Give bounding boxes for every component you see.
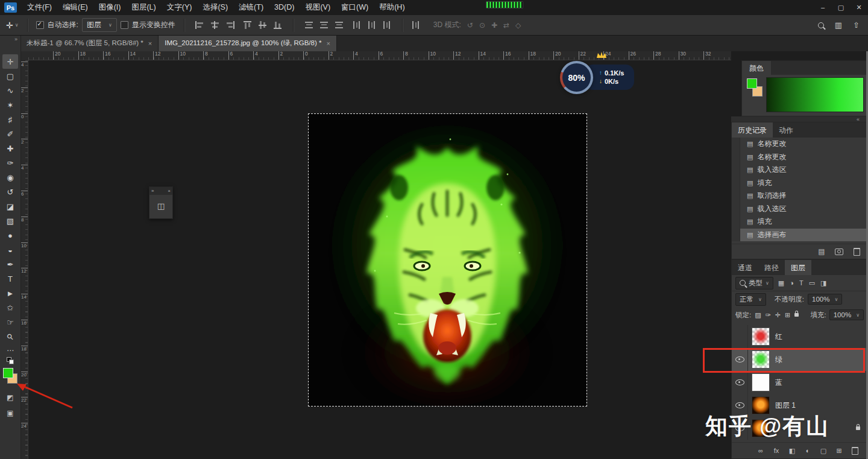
filter-adjustment-icon[interactable]: ◑ xyxy=(790,279,794,286)
menu-item[interactable]: 文件(F) xyxy=(22,0,57,15)
lock-transparent-icon[interactable]: ▨ xyxy=(755,311,761,319)
lock-artboard-icon[interactable]: ⊞ xyxy=(785,311,790,319)
path-select-tool[interactable]: ► xyxy=(2,286,18,300)
layer-row[interactable]: 蓝 xyxy=(732,371,867,394)
align-right-icon[interactable] xyxy=(225,21,234,29)
adjustment-layer-icon[interactable]: ◐ xyxy=(804,447,811,454)
3d-drag-icon[interactable]: ✚ xyxy=(491,21,497,30)
panel-tab[interactable]: 历史记录 xyxy=(732,122,773,138)
share-icon[interactable]: ⇧ xyxy=(853,21,860,30)
hand-tool[interactable]: ☞ xyxy=(2,315,18,329)
layer-group-icon[interactable]: ▢ xyxy=(820,447,827,455)
clone-stamp-tool[interactable]: ◉ xyxy=(2,170,18,185)
menu-item[interactable]: 选择(S) xyxy=(197,0,233,15)
document-tab[interactable]: 未标题-1 @ 66.7% (图层 5, RGB/8#) * × xyxy=(20,35,159,51)
panel-tab[interactable]: 图层 xyxy=(785,260,811,275)
3d-rotate-icon[interactable]: ↺ xyxy=(467,21,473,30)
filter-type-icon[interactable]: T xyxy=(799,279,804,286)
history-source-well[interactable] xyxy=(732,189,740,203)
default-colors-icon[interactable] xyxy=(7,357,14,364)
panel-tab[interactable]: 路径 xyxy=(758,260,785,275)
workspace-icon[interactable]: ▥ xyxy=(835,21,842,30)
new-doc-from-state-icon[interactable]: ▤ xyxy=(818,247,825,256)
close-icon[interactable]: × xyxy=(168,188,171,194)
lock-all-icon[interactable] xyxy=(794,313,799,317)
toolbar-collapse-icon[interactable]: » xyxy=(14,36,17,42)
collapsed-floating-panel[interactable]: » × ◫ xyxy=(149,186,173,219)
tab-close-icon[interactable]: × xyxy=(326,40,330,47)
color-gradient-field[interactable] xyxy=(766,77,864,112)
edit-toolbar-icon[interactable]: ⋯ xyxy=(7,346,14,355)
document-canvas[interactable] xyxy=(308,113,587,407)
eyedropper-tool[interactable]: ✐ xyxy=(2,127,18,141)
crop-tool[interactable]: ♯ xyxy=(2,112,18,127)
history-source-well[interactable] xyxy=(732,163,740,177)
align-left-icon[interactable] xyxy=(195,21,204,29)
zoom-tool[interactable]: ⚲ xyxy=(2,329,18,344)
eraser-tool[interactable]: ◪ xyxy=(2,199,18,214)
align-bottom-icon[interactable] xyxy=(273,21,282,29)
history-state-row[interactable]: ▤ 名称更改 xyxy=(732,151,867,164)
history-brush-tool[interactable]: ↺ xyxy=(2,185,18,199)
visibility-toggle[interactable] xyxy=(732,371,748,394)
tab-color[interactable]: 颜色 xyxy=(742,61,771,75)
distribute-center-icon[interactable] xyxy=(368,21,376,30)
blur-tool[interactable]: ● xyxy=(2,228,18,242)
auto-select-dropdown[interactable]: 图层 xyxy=(82,18,117,32)
history-source-well[interactable] xyxy=(732,138,740,151)
layer-mask-icon[interactable]: ◧ xyxy=(788,447,796,455)
distribute-spacing-icon[interactable] xyxy=(412,21,420,30)
align-center-horizontal-icon[interactable] xyxy=(210,21,219,29)
close-button[interactable]: ✕ xyxy=(850,0,868,15)
menu-item[interactable]: 文字(Y) xyxy=(162,0,198,15)
auto-select-checkbox[interactable] xyxy=(36,21,44,29)
collapse-panels-icon[interactable]: « xyxy=(857,116,860,122)
history-source-well[interactable] xyxy=(732,229,740,242)
3d-roll-icon[interactable]: ⊙ xyxy=(479,21,485,30)
history-source-well[interactable] xyxy=(732,203,740,216)
layer-row[interactable]: 红 xyxy=(732,325,867,348)
menu-item[interactable]: 窗口(W) xyxy=(336,0,374,15)
history-state-row[interactable]: ▤ 填充 xyxy=(732,215,867,229)
filter-smart-icon[interactable]: ◨ xyxy=(820,279,826,287)
menu-item[interactable]: 视图(V) xyxy=(300,0,336,15)
document-tab[interactable]: IMG_20211216_215728.jpg @ 100% (绿, RGB/8… xyxy=(159,35,337,51)
dodge-tool[interactable]: ◒ xyxy=(2,242,18,257)
visibility-toggle[interactable] xyxy=(732,325,748,348)
pen-tool[interactable]: ✒ xyxy=(2,257,18,271)
menu-item[interactable]: 编辑(E) xyxy=(57,0,93,15)
show-transform-checkbox[interactable] xyxy=(121,21,128,29)
healing-brush-tool[interactable]: ✚ xyxy=(2,141,18,156)
gradient-tool[interactable]: ▧ xyxy=(2,214,18,228)
expand-icon[interactable]: » xyxy=(151,188,154,194)
distribute-left-icon[interactable] xyxy=(353,21,360,30)
magic-wand-tool[interactable]: ✶ xyxy=(2,98,18,112)
history-source-well[interactable] xyxy=(732,215,740,229)
history-state-row[interactable]: ▤ 载入选区 xyxy=(732,203,867,216)
menu-item[interactable]: 图像(I) xyxy=(93,0,127,15)
move-tool[interactable]: ✛ xyxy=(2,54,18,69)
filter-shape-icon[interactable]: ▭ xyxy=(809,279,815,287)
menu-item[interactable]: 滤镜(T) xyxy=(233,0,269,15)
layer-effects-icon[interactable]: fx xyxy=(773,447,780,454)
foreground-color-swatch[interactable] xyxy=(3,368,13,378)
marquee-tool[interactable]: ▢ xyxy=(2,69,18,83)
blend-mode-dropdown[interactable]: 正常 xyxy=(735,293,766,306)
history-source-well[interactable] xyxy=(732,151,740,164)
new-layer-icon[interactable]: ⊞ xyxy=(835,447,843,455)
panel-tab[interactable]: 动作 xyxy=(773,122,799,138)
history-state-row[interactable]: ▤ 填充 xyxy=(732,177,867,190)
lasso-tool[interactable]: ∿ xyxy=(2,83,18,98)
menu-item[interactable]: 图层(L) xyxy=(126,0,161,15)
align-top-icon[interactable] xyxy=(243,21,252,29)
distribute-bottom-icon[interactable] xyxy=(335,21,344,29)
floating-panel-icon[interactable]: ◫ xyxy=(149,195,172,217)
menu-item[interactable]: 3D(D) xyxy=(269,0,300,15)
3d-scale-icon[interactable]: ◇ xyxy=(515,21,521,30)
lock-pixels-icon[interactable]: ✑ xyxy=(766,311,771,319)
distribute-top-icon[interactable] xyxy=(304,21,313,29)
minimize-button[interactable]: – xyxy=(814,0,832,15)
layer-filter-dropdown[interactable]: 类型 xyxy=(735,277,773,290)
lock-position-icon[interactable]: ✛ xyxy=(775,311,781,319)
distribute-middle-icon[interactable] xyxy=(319,21,329,29)
